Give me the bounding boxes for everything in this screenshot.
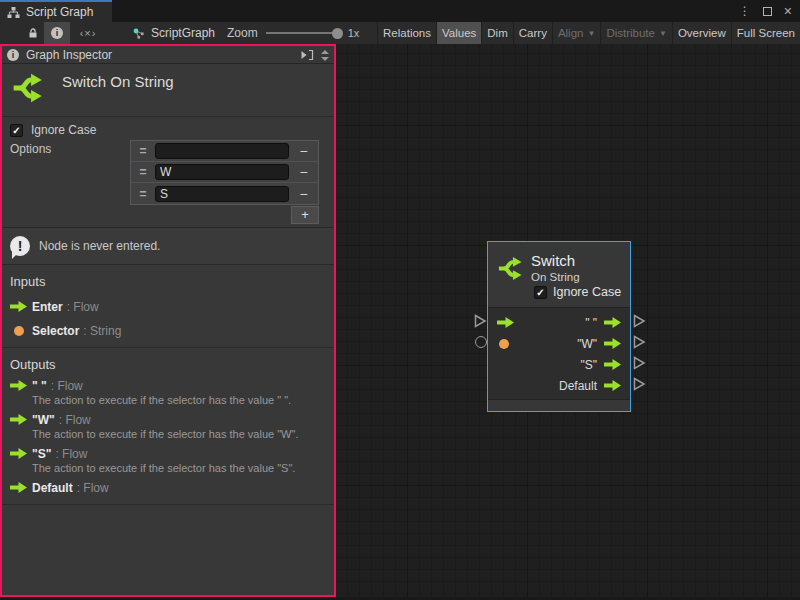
tab-bar: Script Graph ⋮ × <box>0 0 800 22</box>
option-row: = − <box>131 141 318 162</box>
flow-port-icon <box>604 338 621 349</box>
out-port-w[interactable]: "W" <box>577 337 621 351</box>
spin-down-icon[interactable] <box>321 57 329 61</box>
remove-option-button[interactable]: − <box>289 143 318 159</box>
port-row-w: "W" : Flow <box>10 413 326 426</box>
inputs-section: Inputs Enter : Flow Selector : String <box>2 265 334 348</box>
inspector-header: i Graph Inspector <box>2 46 334 64</box>
values-button[interactable]: Values <box>436 22 481 44</box>
options-list: = − = − = − <box>130 140 319 205</box>
external-output-port[interactable] <box>633 356 646 370</box>
out-port-default[interactable]: Default <box>559 379 621 393</box>
option-value-input[interactable] <box>155 164 289 180</box>
node-title-block: Switch On String <box>2 64 334 117</box>
drag-handle-icon[interactable]: = <box>131 144 155 158</box>
out-port-s[interactable]: "S" <box>580 358 621 372</box>
flow-port-icon <box>10 482 27 493</box>
flow-port-icon <box>604 380 621 391</box>
port-row-s: "S" : Flow <box>10 447 326 460</box>
warning-icon: ! <box>10 236 30 256</box>
dock-panel-icon[interactable] <box>300 49 314 61</box>
warning-box: ! Node is never entered. <box>2 227 334 265</box>
external-value-port[interactable] <box>475 336 487 348</box>
caret-down-icon: ▼ <box>659 29 667 38</box>
flow-port-icon <box>10 380 27 391</box>
code-preview-button[interactable]: ‹×› <box>70 22 106 44</box>
external-output-port[interactable] <box>633 377 646 391</box>
remove-option-button[interactable]: − <box>289 164 318 180</box>
remove-option-button[interactable]: − <box>289 186 318 202</box>
lock-button[interactable] <box>22 22 44 44</box>
dim-button[interactable]: Dim <box>481 22 512 44</box>
graph-inspector-panel: i Graph Inspector Switch On String ✓ Ign… <box>0 44 336 597</box>
zoom-control: Zoom 1x <box>227 22 359 44</box>
graph-canvas[interactable]: Switch On String ✓ Ignore Case " " "W" <box>336 44 800 597</box>
port-row-selector: Selector : String <box>10 324 326 337</box>
warning-text: Node is never entered. <box>39 239 160 253</box>
relations-button[interactable]: Relations <box>377 22 436 44</box>
carry-button[interactable]: Carry <box>513 22 552 44</box>
drag-handle-icon[interactable]: = <box>131 165 155 179</box>
option-value-input[interactable] <box>155 186 289 202</box>
node-footer <box>488 399 630 411</box>
node-title: Switch <box>531 252 575 269</box>
lock-icon <box>27 27 39 39</box>
inspector-toggle-button[interactable]: i <box>44 22 70 44</box>
info-icon: i <box>51 27 63 39</box>
flow-port-icon <box>10 301 27 312</box>
external-input-port[interactable] <box>474 314 487 328</box>
inspector-title: Graph Inspector <box>26 48 112 62</box>
flow-port-icon <box>604 317 621 328</box>
graph-name: ScriptGraph <box>151 26 215 40</box>
outputs-section: Outputs " " : Flow The action to execute… <box>2 348 334 505</box>
node-settings: ✓ Ignore Case Options = − = − <box>2 117 334 227</box>
ignore-case-checkbox[interactable]: ✓ <box>534 286 547 299</box>
port-row-default: Default : Flow <box>10 481 326 494</box>
caret-down-icon: ▼ <box>587 29 595 38</box>
switch-on-string-node[interactable]: Switch On String ✓ Ignore Case " " "W" <box>487 241 631 412</box>
close-icon[interactable]: × <box>784 6 792 16</box>
flow-port-icon <box>604 359 621 370</box>
graph-reference[interactable]: ScriptGraph <box>132 22 215 44</box>
panel-spinner[interactable] <box>319 46 331 64</box>
drag-handle-icon[interactable]: = <box>131 187 155 201</box>
maximize-icon[interactable] <box>763 7 772 16</box>
zoom-slider-track[interactable] <box>266 32 336 34</box>
option-value-input[interactable] <box>155 143 289 159</box>
enter-port[interactable] <box>497 317 514 328</box>
zoom-slider-knob[interactable] <box>332 28 343 39</box>
port-row-enter: Enter : Flow <box>10 300 326 313</box>
option-row: = − <box>131 183 318 204</box>
options-setting: Options = − = − = <box>10 140 334 224</box>
flow-port-icon <box>10 414 27 425</box>
port-row-space: " " : Flow <box>10 379 326 392</box>
graph-icon <box>7 6 20 19</box>
value-port-icon <box>14 326 24 336</box>
node-ignore-case[interactable]: ✓ Ignore Case <box>534 285 621 299</box>
inputs-title: Inputs <box>10 274 326 289</box>
ignore-case-checkbox[interactable]: ✓ <box>10 124 23 137</box>
node-body: " " "W" "S" Default <box>488 309 630 398</box>
align-button[interactable]: Align▼ <box>552 22 601 44</box>
switch-icon <box>12 70 49 106</box>
script-graph-icon <box>132 27 145 40</box>
fullscreen-button[interactable]: Full Screen <box>731 22 800 44</box>
distribute-button[interactable]: Distribute▼ <box>600 22 672 44</box>
external-output-port[interactable] <box>633 314 646 328</box>
zoom-label: Zoom <box>227 26 258 40</box>
selector-port[interactable] <box>499 339 509 349</box>
external-output-port[interactable] <box>633 335 646 349</box>
add-option-button[interactable]: + <box>291 206 319 224</box>
out-port-space[interactable]: " " <box>585 316 621 330</box>
tab-script-graph[interactable]: Script Graph <box>0 0 112 22</box>
window-menu-icon[interactable]: ⋮ <box>739 4 751 18</box>
zoom-value: 1x <box>348 27 360 39</box>
switch-icon <box>498 254 527 283</box>
ignore-case-setting[interactable]: ✓ Ignore Case <box>10 122 334 138</box>
spin-up-icon[interactable] <box>321 50 329 54</box>
node-header: Switch On String ✓ Ignore Case <box>488 242 630 308</box>
option-row: = − <box>131 162 318 183</box>
graph-toolbar: i ‹×› ScriptGraph Zoom 1x Relations Valu… <box>0 22 800 44</box>
outputs-title: Outputs <box>10 357 326 372</box>
overview-button[interactable]: Overview <box>672 22 731 44</box>
